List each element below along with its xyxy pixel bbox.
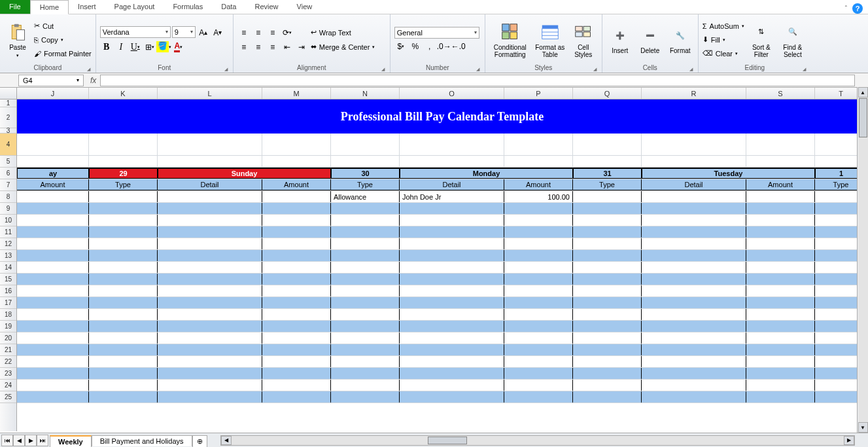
cell[interactable]	[573, 380, 642, 391]
cell[interactable]: Amount	[746, 179, 815, 190]
cell[interactable]	[158, 297, 262, 308]
row-header-9[interactable]: 9	[0, 203, 16, 215]
cell[interactable]	[262, 368, 331, 379]
cell[interactable]	[746, 238, 815, 249]
cell[interactable]	[89, 238, 158, 249]
cell[interactable]	[746, 368, 815, 379]
cell[interactable]	[504, 215, 573, 226]
tab-insert[interactable]: Insert	[69, 0, 105, 14]
cell[interactable]	[504, 156, 573, 167]
cell[interactable]	[17, 191, 89, 202]
delete-cells-button[interactable]: ➖Delete	[636, 16, 664, 63]
cell[interactable]	[17, 262, 89, 273]
sheet-tab-weekly[interactable]: Weekly	[50, 435, 92, 447]
name-box[interactable]: G4▾	[18, 75, 84, 86]
cell[interactable]	[642, 321, 746, 332]
cell[interactable]	[262, 203, 331, 214]
row-header-3[interactable]: 3	[0, 128, 16, 134]
cell[interactable]	[746, 321, 815, 332]
cell[interactable]	[573, 391, 642, 402]
cell[interactable]	[504, 203, 573, 214]
grow-font-icon[interactable]: A▴	[197, 26, 210, 39]
cell[interactable]	[504, 380, 573, 391]
insert-cells-button[interactable]: ➕Insert	[606, 16, 634, 63]
align-middle-icon[interactable]: ≡	[252, 26, 265, 39]
align-right-icon[interactable]: ≡	[266, 41, 279, 54]
row-header-8[interactable]: 8	[0, 191, 16, 203]
row-header-1[interactable]: 1	[0, 99, 16, 107]
cell[interactable]	[642, 368, 746, 379]
col-header-P[interactable]: P	[504, 88, 573, 99]
clear-button[interactable]: ⌫Clear▾	[703, 47, 744, 60]
fx-icon[interactable]: fx	[86, 76, 100, 85]
cell[interactable]	[89, 156, 158, 167]
cell[interactable]: Amount	[504, 179, 573, 190]
cell[interactable]: 100.00	[504, 191, 573, 202]
cell[interactable]	[89, 356, 158, 367]
cell[interactable]	[331, 262, 400, 273]
title-cell[interactable]: Professional Bill Pay Calendar Template	[17, 99, 867, 134]
paste-button[interactable]: Paste▾	[4, 16, 31, 63]
sheet-nav-first-icon[interactable]: ⏮	[1, 435, 13, 446]
tab-view[interactable]: View	[288, 0, 322, 14]
cell[interactable]	[573, 238, 642, 249]
cell[interactable]	[331, 215, 400, 226]
tab-review[interactable]: Review	[245, 0, 287, 14]
cell[interactable]	[17, 380, 89, 391]
cell[interactable]	[158, 321, 262, 332]
align-center-icon[interactable]: ≡	[252, 41, 265, 54]
indent-inc-icon[interactable]: ⇥	[295, 41, 308, 54]
cell[interactable]	[642, 274, 746, 285]
cell[interactable]	[746, 134, 815, 155]
cell[interactable]	[642, 250, 746, 261]
cell[interactable]	[158, 309, 262, 320]
row-header-13[interactable]: 13	[0, 250, 16, 262]
cell[interactable]	[642, 226, 746, 238]
cell[interactable]	[262, 156, 331, 167]
percent-icon[interactable]: %	[409, 40, 422, 53]
cell[interactable]	[262, 226, 331, 238]
cell[interactable]	[331, 380, 400, 391]
cell[interactable]	[504, 344, 573, 355]
cell[interactable]	[400, 356, 504, 367]
italic-button[interactable]: I	[114, 41, 128, 54]
scroll-down-icon[interactable]: ▼	[858, 422, 868, 433]
cell[interactable]	[400, 297, 504, 308]
cell[interactable]	[573, 262, 642, 273]
col-header-S[interactable]: S	[746, 88, 815, 99]
row-header-19[interactable]: 19	[0, 321, 16, 332]
format-as-table-button[interactable]: Format as Table	[534, 16, 566, 63]
cell[interactable]	[89, 203, 158, 214]
cell[interactable]: Type	[331, 179, 400, 190]
cell[interactable]	[573, 215, 642, 226]
sort-filter-button[interactable]: ⇅Sort & Filter	[747, 16, 776, 63]
cell[interactable]	[400, 321, 504, 332]
cell[interactable]	[158, 156, 262, 167]
align-top-icon[interactable]: ≡	[237, 26, 251, 39]
cell[interactable]	[504, 391, 573, 402]
scroll-left-icon[interactable]: ◀	[221, 436, 232, 445]
cell[interactable]	[331, 134, 400, 155]
cell[interactable]	[262, 297, 331, 308]
indent-dec-icon[interactable]: ⇤	[281, 41, 294, 54]
col-header-K[interactable]: K	[89, 88, 158, 99]
file-tab[interactable]: File	[0, 0, 30, 14]
cell[interactable]: 30	[331, 168, 400, 179]
cell[interactable]: 31	[573, 168, 642, 179]
cell[interactable]	[642, 344, 746, 355]
cell[interactable]	[573, 226, 642, 238]
cell[interactable]	[504, 297, 573, 308]
row-header-22[interactable]: 22	[0, 356, 16, 368]
cell[interactable]	[746, 250, 815, 261]
cell[interactable]: Monday	[400, 168, 573, 179]
cell[interactable]	[746, 191, 815, 202]
bold-button[interactable]: B	[100, 41, 113, 54]
row-header-25[interactable]: 25	[0, 391, 16, 403]
cell[interactable]	[17, 391, 89, 402]
font-color-button[interactable]: A▾	[172, 41, 185, 54]
cell[interactable]	[746, 262, 815, 273]
cell[interactable]	[746, 215, 815, 226]
cell[interactable]	[400, 262, 504, 273]
cell[interactable]	[158, 391, 262, 402]
row-header-10[interactable]: 10	[0, 215, 16, 226]
